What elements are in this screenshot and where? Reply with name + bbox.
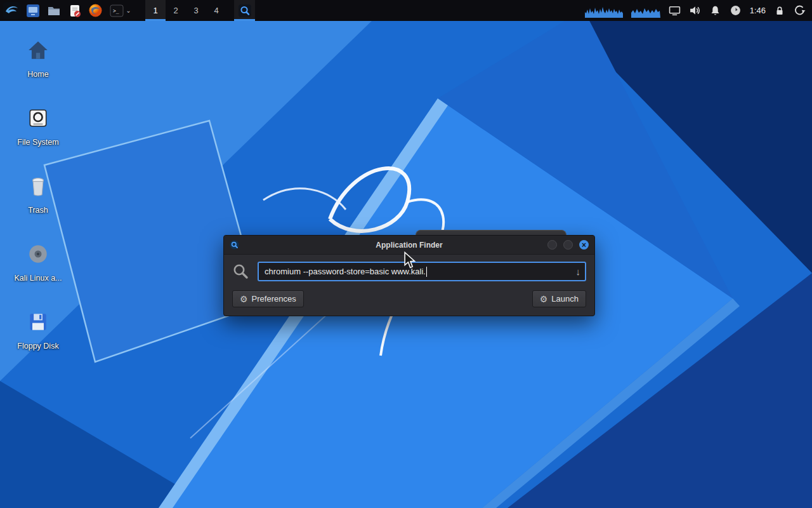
trash-icon <box>27 173 49 199</box>
display-tray-icon[interactable] <box>669 4 681 17</box>
terminal-launcher[interactable]: >_ ⌄ <box>106 0 135 21</box>
mouse-cursor <box>403 251 416 269</box>
panel-clock[interactable]: 1:46 <box>750 6 766 15</box>
text-caret <box>426 267 427 277</box>
search-input-text: chromium --password-store=basic www.kali… <box>265 267 426 276</box>
floppy-icon <box>27 309 49 335</box>
home-icon <box>27 37 49 64</box>
app-finder-window-icon <box>230 240 239 250</box>
workspace-3-label: 3 <box>193 6 198 15</box>
disc-icon <box>26 241 50 267</box>
desktop-icon-label: Trash <box>28 206 48 215</box>
desktop-icon-home[interactable]: Home <box>4 30 72 98</box>
preferences-label: Preferences <box>252 294 296 304</box>
preferences-gear-icon: ⚙ <box>240 295 248 304</box>
desktop-icon-label: Floppy Disk <box>17 342 58 351</box>
kali-menu-icon <box>3 2 20 19</box>
desktop-icon-label: File System <box>17 138 58 147</box>
preferences-button[interactable]: ⚙ Preferences <box>232 290 304 307</box>
session-power-icon[interactable] <box>794 4 806 17</box>
window-controls: × <box>547 240 589 250</box>
file-manager-launcher[interactable] <box>22 0 43 21</box>
firefox-launcher[interactable] <box>85 0 106 21</box>
desktop-icon-file-system[interactable]: File System <box>4 98 72 166</box>
text-editor-icon <box>68 4 82 18</box>
desktop-icon-kali-cd[interactable]: Kali Linux a... <box>4 234 72 302</box>
workspace-button-2[interactable]: 2 <box>166 0 186 21</box>
launch-label: Launch <box>551 294 579 304</box>
volume-icon[interactable] <box>689 4 701 17</box>
workspace-2-label: 2 <box>173 6 178 15</box>
window-title: Application Finder <box>224 241 594 250</box>
network-graph[interactable] <box>631 4 660 18</box>
desktop-icon-floppy[interactable]: Floppy Disk <box>4 302 72 370</box>
desktop-icon-column: Home File System Trash <box>4 30 72 370</box>
workspace-switcher: 1 2 3 4 <box>145 0 226 21</box>
desktop-icon-trash[interactable]: Trash <box>4 166 72 234</box>
workspace-1-label: 1 <box>153 6 157 15</box>
close-button[interactable]: × <box>579 240 589 250</box>
workspace-button-3[interactable]: 3 <box>186 0 206 21</box>
tray-orb-icon[interactable] <box>730 4 742 17</box>
desktop-icon-label: Home <box>27 70 48 79</box>
firefox-icon <box>88 3 103 18</box>
svg-text:>_: >_ <box>113 8 119 14</box>
desktop-icon-label: Kali Linux a... <box>14 274 62 283</box>
workspace-button-4[interactable]: 4 <box>206 0 226 21</box>
text-editor-launcher[interactable] <box>64 0 85 21</box>
applications-menu-button[interactable] <box>1 0 22 21</box>
cpu-graph[interactable] <box>585 4 623 18</box>
folder-icon <box>47 4 61 18</box>
minimize-button[interactable] <box>547 240 557 250</box>
terminal-dropdown-icon[interactable]: ⌄ <box>126 7 131 14</box>
file-manager-icon <box>26 4 40 18</box>
workspace-4-label: 4 <box>214 6 218 15</box>
taskbar-application-finder[interactable] <box>234 0 255 21</box>
search-icon <box>232 263 249 280</box>
terminal-icon: >_ <box>110 4 124 18</box>
application-finder-window: Application Finder × chromium --password… <box>223 235 595 316</box>
dialog-button-row: ⚙ Preferences ⚙ Launch <box>224 285 594 316</box>
panel-right-cluster: 1:46 <box>585 0 812 21</box>
app-finder-task-icon <box>238 4 252 18</box>
panel-left-cluster: >_ ⌄ 1 2 3 4 <box>0 0 255 21</box>
launch-icon: ⚙ <box>540 295 548 304</box>
workspace-button-1[interactable]: 1 <box>145 0 166 21</box>
close-icon: × <box>582 241 586 249</box>
launch-button[interactable]: ⚙ Launch <box>532 290 586 307</box>
file-system-icon <box>27 105 49 131</box>
dropdown-arrow-icon[interactable]: ↓ <box>571 267 581 276</box>
desktop: >_ ⌄ 1 2 3 4 <box>0 0 812 508</box>
lock-icon[interactable] <box>774 5 785 17</box>
search-input[interactable]: chromium --password-store=basic www.kali… <box>258 262 586 281</box>
notifications-bell-icon[interactable] <box>709 4 721 17</box>
folder-launcher[interactable] <box>43 0 64 21</box>
maximize-button[interactable] <box>563 240 573 250</box>
top-panel: >_ ⌄ 1 2 3 4 <box>0 0 812 21</box>
